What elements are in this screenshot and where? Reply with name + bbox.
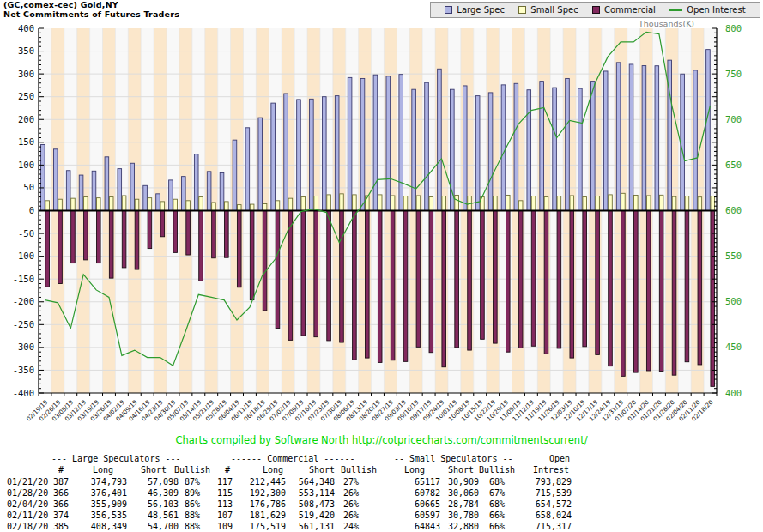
commercial-swatch-icon [592,6,600,14]
commercial-bar [403,211,408,362]
chart-subtitle: Net Commitments of Futures Traders [3,10,179,20]
commercial-bar [557,211,561,348]
small-spec-bar [353,195,357,211]
large-spec-bar [66,171,70,211]
small-spec-bar [276,201,280,211]
large-spec-bar [590,82,595,211]
right-axis-tick-label: 500 [725,296,742,306]
table-col-header: Short [141,465,167,475]
small-spec-bar [237,205,241,211]
left-axis-tick-label: 300 [18,69,34,79]
legend: Large SpecSmall SpecCommercialOpen Inter… [430,2,760,18]
large-spec-bar [348,77,352,210]
commercial-bar [672,211,676,376]
table-col-header: Long [93,465,113,475]
large-spec-bar [79,175,83,210]
small-spec-bar [711,196,715,211]
commercial-bar [481,211,485,340]
large-spec-bar [425,82,429,210]
commercial-bar [148,211,152,249]
cot-chart: 400350300250200150100500-50-100-150-200-… [0,24,763,434]
commercial-bar [173,211,178,253]
small-spec-bar [634,195,639,210]
legend-item-large-spec: Large Spec [445,5,505,15]
small-spec-bar [58,199,63,210]
commercial-bar [96,211,100,263]
table-cell: 654,572 [469,499,572,510]
chart-title: (GC,comex-cec) Gold,NY [3,1,179,10]
commercial-bar [455,211,459,348]
large-spec-bar [629,64,633,211]
small-spec-bar [518,201,523,211]
large-spec-bar [182,177,186,211]
large-spec-bar [616,63,621,211]
commercial-bar [365,211,369,359]
commercial-bar [583,211,587,347]
table-col-header: Intrest [533,465,569,475]
table-group-header: --- Large Speculators --- [51,454,181,464]
large-spec-bar [92,171,96,210]
small-spec-bar [685,196,689,211]
commercial-bar [711,211,715,387]
left-axis-tick-label: 150 [18,136,34,147]
commercial-bar [468,211,472,351]
commercial-bar [544,211,548,354]
commercial-bar [160,211,165,237]
small-spec-bar [672,196,676,210]
small-spec-bar [596,196,600,211]
left-axis-tick-label: 350 [18,45,34,56]
left-axis-tick-label: -400 [13,388,34,398]
commercial-bar [109,211,113,279]
small-spec-bar [340,194,344,211]
large-spec-bar [578,88,583,210]
table-cell: 658,024 [469,511,572,521]
small-spec-bar [212,203,216,211]
commercial-bar [531,211,536,347]
large-spec-bar [220,172,224,210]
large-spec-bar [488,93,493,211]
small-spec-bar [135,199,139,210]
large-spec-bar [386,76,391,211]
legend-label: Small Spec [530,5,578,15]
commercial-bar [237,211,241,287]
commercial-bar [596,211,600,355]
large-spec-bar [53,149,58,211]
large-spec-bar [41,144,45,210]
commercial-bar [621,211,626,377]
left-axis-tick-label: -350 [13,365,34,375]
left-axis-tick-label: 200 [18,114,34,124]
large-spec-bar [566,78,570,210]
small-spec-bar [301,197,306,211]
large-spec-bar [143,185,148,210]
commercial-bar [609,211,613,366]
table-cell: 793,829 [469,477,572,487]
left-axis-tick-label: 250 [18,91,34,101]
commercial-bar [646,211,651,371]
small-spec-bar [148,198,152,211]
small-spec-bar [609,195,613,211]
large-spec-bar [706,50,711,211]
table-group-header: -- Small Speculators -- [394,454,512,464]
small-spec-bar [570,196,574,211]
large-spec-bar [258,118,263,210]
large-spec-bar [373,75,378,210]
right-axis-tick-label: 600 [725,205,742,215]
small-spec-bar [109,197,113,211]
table-col-header: Short [309,465,335,475]
right-axis-tick-label: 700 [725,114,742,124]
table-col-header: # [58,465,64,475]
commercial-bar [263,211,267,311]
small-spec-bar [314,196,318,211]
commercial-bar [212,211,216,258]
small-spec-bar [659,195,663,210]
small-spec-bar [263,204,267,211]
commercial-bar [58,211,63,284]
large-spec-bar [118,169,122,211]
large-spec-bar [271,103,276,210]
small-spec-bar [71,198,76,210]
small-spec-bar [160,202,165,211]
open-interest-swatch-icon [669,9,682,11]
small-spec-bar [391,196,395,211]
footer-credit: Charts compiled by Software North http:/… [0,434,763,446]
commercial-bar [685,211,689,362]
